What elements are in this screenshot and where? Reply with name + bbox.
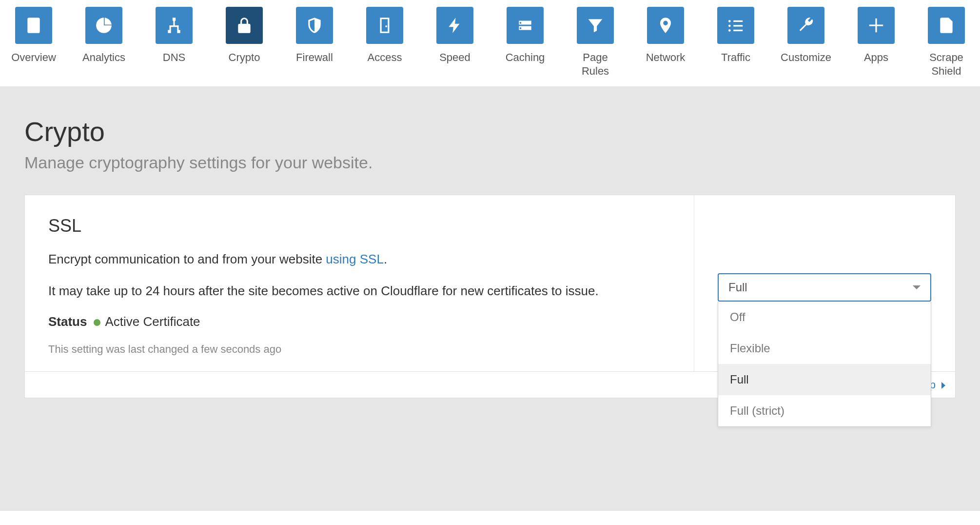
ssl-last-changed: This setting was last changed a few seco… bbox=[48, 343, 670, 356]
nav-item-overview[interactable]: Overview bbox=[12, 7, 56, 78]
nav-item-speed[interactable]: Speed bbox=[433, 7, 477, 78]
nav-label: Speed bbox=[439, 51, 470, 64]
nav-item-crypto[interactable]: Crypto bbox=[222, 7, 266, 78]
nav-item-scrape-shield[interactable]: Scrape Shield bbox=[924, 7, 968, 78]
funnel-icon bbox=[586, 16, 605, 35]
nav-item-caching[interactable]: Caching bbox=[503, 7, 547, 78]
nav-tile bbox=[366, 7, 403, 44]
ssl-desc-suffix: . bbox=[384, 252, 387, 266]
ssl-note: It may take up to 24 hours after the sit… bbox=[48, 282, 670, 301]
page-title: Crypto bbox=[24, 116, 956, 147]
nav-item-customize[interactable]: Customize bbox=[784, 7, 828, 78]
nav-label: Scrape Shield bbox=[924, 51, 968, 78]
nav-label: Overview bbox=[11, 51, 56, 64]
ssl-title: SSL bbox=[48, 216, 670, 236]
shield-icon bbox=[305, 16, 324, 35]
content-area: Crypto Manage cryptography settings for … bbox=[0, 86, 980, 511]
nav-tile bbox=[577, 7, 614, 44]
nav-tile bbox=[226, 7, 263, 44]
nav-label: Crypto bbox=[229, 51, 260, 64]
pin-icon bbox=[656, 16, 675, 35]
nav-item-firewall[interactable]: Firewall bbox=[293, 7, 336, 78]
nav-label: DNS bbox=[163, 51, 185, 64]
ssl-mode-select-value: Full bbox=[728, 281, 747, 294]
ssl-card-controls: Full OffFlexibleFullFull (strict) bbox=[694, 195, 955, 371]
nav-tile bbox=[787, 7, 824, 44]
nav-item-analytics[interactable]: Analytics bbox=[82, 7, 126, 78]
nav-tile bbox=[507, 7, 544, 44]
nav-label: Network bbox=[646, 51, 686, 64]
ssl-mode-dropdown: OffFlexibleFullFull (strict) bbox=[718, 302, 931, 427]
ssl-option-off[interactable]: Off bbox=[718, 302, 931, 333]
ssl-status: Status Active Certificate bbox=[48, 314, 670, 329]
nav-label: Analytics bbox=[82, 51, 125, 64]
nav-tile bbox=[156, 7, 193, 44]
ssl-mode-select[interactable]: Full bbox=[718, 273, 931, 302]
ssl-card-body: SSL Encrypt communication to and from yo… bbox=[25, 195, 694, 371]
nav-tile bbox=[15, 7, 52, 44]
ssl-help-link[interactable]: using SSL bbox=[326, 252, 384, 266]
nav-label: Access bbox=[368, 51, 402, 64]
nav-tile bbox=[296, 7, 333, 44]
nav-tile bbox=[436, 7, 473, 44]
nav-item-dns[interactable]: DNS bbox=[152, 7, 196, 78]
ssl-desc-prefix: Encrypt communication to and from your w… bbox=[48, 252, 326, 266]
chevron-right-icon bbox=[941, 382, 945, 389]
nav-item-access[interactable]: Access bbox=[363, 7, 407, 78]
ssl-option-flexible[interactable]: Flexible bbox=[718, 333, 931, 364]
ssl-status-label: Status bbox=[48, 314, 87, 329]
door-icon bbox=[375, 16, 394, 35]
nav-item-apps[interactable]: Apps bbox=[854, 7, 898, 78]
nav-tile bbox=[647, 7, 684, 44]
plus-icon bbox=[867, 16, 885, 35]
top-navigation: OverviewAnalyticsDNSCryptoFirewallAccess… bbox=[0, 0, 980, 86]
nav-label: Firewall bbox=[296, 51, 333, 64]
help-link[interactable]: p bbox=[930, 379, 945, 391]
nav-item-network[interactable]: Network bbox=[644, 7, 687, 78]
drive-icon bbox=[516, 16, 534, 35]
status-dot-icon bbox=[94, 319, 100, 326]
page-subtitle: Manage cryptography settings for your we… bbox=[24, 153, 956, 172]
nav-label: Apps bbox=[864, 51, 888, 64]
wrench-icon bbox=[797, 16, 815, 35]
nav-label: Caching bbox=[506, 51, 545, 64]
list-icon bbox=[726, 16, 745, 35]
bolt-icon bbox=[446, 16, 464, 35]
nav-label: Traffic bbox=[721, 51, 750, 64]
doc-icon bbox=[937, 16, 956, 35]
nav-label: Page Rules bbox=[573, 51, 617, 78]
nav-tile bbox=[85, 7, 122, 44]
ssl-description: Encrypt communication to and from your w… bbox=[48, 250, 670, 269]
nav-item-page-rules[interactable]: Page Rules bbox=[573, 7, 617, 78]
nav-label: Customize bbox=[781, 51, 831, 64]
ssl-card: SSL Encrypt communication to and from yo… bbox=[24, 195, 956, 372]
ssl-status-value: Active Certificate bbox=[105, 314, 200, 329]
nav-tile bbox=[858, 7, 895, 44]
pie-icon bbox=[95, 16, 113, 35]
lock-icon bbox=[235, 16, 254, 35]
clipboard-icon bbox=[24, 16, 43, 35]
ssl-option-full[interactable]: Full bbox=[718, 364, 931, 395]
sitemap-icon bbox=[165, 16, 183, 35]
nav-item-traffic[interactable]: Traffic bbox=[714, 7, 758, 78]
nav-tile bbox=[717, 7, 754, 44]
chevron-down-icon bbox=[913, 285, 921, 289]
ssl-option-full-strict-[interactable]: Full (strict) bbox=[718, 395, 931, 426]
nav-tile bbox=[928, 7, 965, 44]
